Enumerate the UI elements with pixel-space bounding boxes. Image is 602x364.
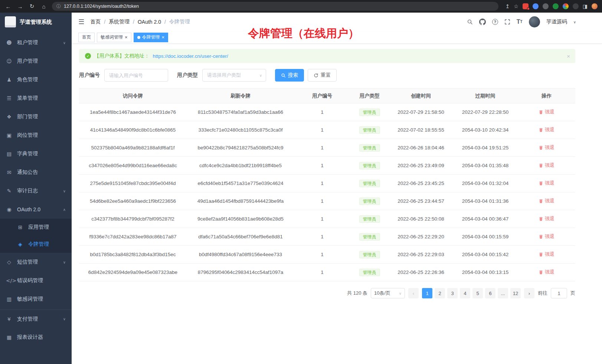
- sidebar-item-label: 错误码管理: [17, 277, 43, 284]
- force-logout-button[interactable]: 强退: [539, 126, 554, 133]
- tab-item[interactable]: 敏感词管理×: [97, 33, 131, 42]
- sidebar-item-report-designer[interactable]: ▦报表设计器: [0, 328, 72, 347]
- force-logout-button[interactable]: 强退: [539, 109, 554, 115]
- force-logout-button[interactable]: 强退: [539, 269, 554, 275]
- user-type-select[interactable]: 请选择用户类型 ∨: [202, 69, 266, 82]
- page-size-select[interactable]: 10条/页 ∨: [371, 288, 405, 298]
- fullscreen-icon[interactable]: [504, 19, 510, 25]
- search-button-icon: [281, 73, 286, 78]
- sidebar-item-audit-log[interactable]: ✎审计日志∨: [0, 182, 72, 200]
- sidebar-item-post[interactable]: ▣岗位管理: [0, 126, 72, 145]
- submenu-oauth2: ⊞应用管理◈令牌管理: [0, 219, 72, 253]
- breadcrumb-item[interactable]: 系统管理: [109, 19, 130, 25]
- chevron-up-icon: ∧: [63, 208, 66, 212]
- sidebar-item-role[interactable]: ♟角色管理: [0, 70, 72, 89]
- page-number[interactable]: 2: [435, 288, 445, 298]
- extension-icon-red[interactable]: [523, 3, 529, 9]
- page-number[interactable]: 5: [472, 288, 483, 298]
- sidebar-item-label: 应用管理: [28, 224, 49, 231]
- tab-close-icon[interactable]: ×: [125, 35, 128, 40]
- page-number[interactable]: 6: [485, 288, 495, 298]
- column-header: 用户类型: [350, 89, 389, 103]
- tab-item[interactable]: 首页: [78, 33, 95, 42]
- user-type-filter: 用户类型 请选择用户类型 ∨: [177, 69, 266, 82]
- sidebar-item-notice[interactable]: ✉通知公告: [0, 163, 72, 182]
- back-icon[interactable]: ←: [4, 3, 12, 10]
- force-logout-button[interactable]: 强退: [539, 180, 554, 186]
- sidebar-item-sensitive-word[interactable]: ▥敏感词管理: [0, 290, 72, 308]
- search-button[interactable]: 搜索: [275, 69, 304, 82]
- user-avatar[interactable]: [529, 16, 540, 27]
- sidebar-item-sms[interactable]: ◇短信管理∨: [0, 253, 72, 271]
- sidebar-item-dept[interactable]: ❖部门管理: [0, 107, 72, 126]
- extension-icon-colorful[interactable]: [563, 3, 569, 9]
- alert-close-icon[interactable]: ×: [567, 53, 570, 59]
- url-bar[interactable]: ⓘ 127.0.0.1:1024/system/oauth2/token: [52, 2, 498, 11]
- page-number[interactable]: 3: [447, 288, 458, 298]
- browser-profile-avatar[interactable]: [592, 3, 598, 9]
- expire-time-cell: 2022-07-29 22:28:50: [453, 103, 518, 121]
- force-logout-button[interactable]: 强退: [539, 251, 554, 258]
- page-number[interactable]: 4: [460, 288, 470, 298]
- page-number[interactable]: 1: [422, 288, 432, 298]
- token-table-body: 1ea5e44f8bc1467aaede43144f31de76811c5304…: [79, 103, 575, 281]
- table-row: 41c41346a548490f9dc8b01c6bfe0865333ecfc7…: [79, 121, 575, 139]
- sidebar-item-error-code[interactable]: </>错误码管理: [0, 271, 72, 290]
- doc-link[interactable]: https://doc.iocoder.cn/user-center/: [153, 53, 228, 59]
- breadcrumb-item[interactable]: 首页: [90, 19, 101, 25]
- force-logout-label: 强退: [545, 126, 554, 133]
- user-name[interactable]: 芋道源码: [546, 19, 567, 25]
- bookmark-star-icon[interactable]: ☆: [514, 3, 518, 9]
- github-icon[interactable]: [479, 19, 486, 25]
- next-page-button[interactable]: ›: [524, 288, 534, 298]
- help-icon[interactable]: ?: [492, 19, 498, 25]
- split-view-icon[interactable]: ◨: [583, 3, 588, 9]
- goto-page-input[interactable]: [551, 288, 567, 298]
- question-mark: ?: [492, 19, 498, 25]
- site-info-icon[interactable]: ⓘ: [56, 3, 61, 10]
- forward-icon[interactable]: →: [16, 3, 24, 10]
- trash-icon: [539, 163, 543, 168]
- font-size-icon[interactable]: TT: [517, 19, 523, 25]
- prev-page-button[interactable]: ‹: [408, 288, 419, 298]
- app-logo[interactable]: 芋道管理系统: [0, 13, 72, 31]
- chevron-down-icon[interactable]: ∨: [573, 20, 576, 24]
- sidebar-item-oauth2[interactable]: ◉OAuth 2.0∧: [0, 200, 72, 219]
- tab-close-icon[interactable]: ×: [162, 35, 165, 40]
- action-cell: 强退: [518, 210, 575, 228]
- sidebar-item-user[interactable]: ☺用户管理: [0, 52, 72, 70]
- access-token-cell: 502375b8040a469a9b82188afdf6af1f: [79, 139, 187, 157]
- page-ellipsis[interactable]: ...: [498, 288, 508, 298]
- force-logout-button[interactable]: 强退: [539, 198, 554, 204]
- reload-icon[interactable]: ↻: [28, 3, 36, 10]
- breadcrumb-item[interactable]: OAuth 2.0: [138, 19, 161, 25]
- sidebar-item-pay[interactable]: ¥支付管理∨: [0, 310, 72, 328]
- sidebar-item-app[interactable]: ⊞应用管理: [0, 219, 72, 236]
- extension-icon-green[interactable]: [553, 3, 559, 9]
- user-type-label: 用户类型: [177, 72, 198, 79]
- user-id-filter: 用户编号: [79, 69, 168, 82]
- force-logout-button[interactable]: 强退: [539, 144, 554, 151]
- extension-icon-dark-2[interactable]: [573, 3, 579, 9]
- select-chevron-icon: ∨: [399, 291, 402, 295]
- sidebar-item-tenant[interactable]: ☻租户管理∨: [0, 33, 72, 52]
- force-logout-button[interactable]: 强退: [539, 162, 554, 169]
- force-logout-button[interactable]: 强退: [539, 233, 554, 240]
- sidebar-item-menu[interactable]: ☰菜单管理: [0, 89, 72, 107]
- extension-icon-dark[interactable]: [543, 3, 549, 9]
- search-icon[interactable]: [467, 19, 473, 25]
- tab-item[interactable]: 令牌管理×: [134, 33, 169, 42]
- sidebar-item-dict[interactable]: ▤字典管理: [0, 145, 72, 163]
- reset-button[interactable]: 重置: [308, 69, 337, 82]
- page-number[interactable]: 12: [510, 288, 521, 298]
- home-icon[interactable]: ⌂: [40, 3, 48, 10]
- force-logout-button[interactable]: 强退: [539, 215, 554, 222]
- share-icon[interactable]: ↥: [505, 3, 510, 9]
- extension-icon-blue[interactable]: [533, 3, 539, 9]
- trash-icon: [539, 199, 543, 203]
- sidebar-collapse-icon[interactable]: ☰: [78, 18, 84, 26]
- sidebar-item-token[interactable]: ◈令牌管理: [0, 236, 72, 253]
- force-logout-label: 强退: [545, 198, 554, 204]
- table-row: 54d6be82ee5a460a9aedc1f9bf22365649d1aa46…: [79, 192, 575, 210]
- user-id-input[interactable]: [104, 69, 168, 82]
